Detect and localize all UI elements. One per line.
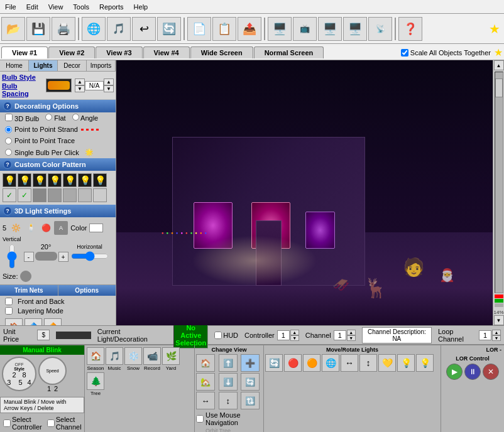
mr-icon-7[interactable]: 💛 <box>378 354 396 372</box>
angle-plus-btn[interactable]: + <box>58 252 68 262</box>
color-bulb-7[interactable]: 💡 <box>93 173 107 187</box>
toolbar-monitor3[interactable]: 🖥️ <box>318 17 342 41</box>
toolbar-paste[interactable]: 📋 <box>212 17 236 41</box>
toolbar-audio[interactable]: 🎵 <box>107 17 131 41</box>
use-mouse-checkbox[interactable] <box>196 415 204 423</box>
cv-btn-6[interactable]: 🔄 <box>241 373 260 391</box>
net-icon-1[interactable]: 🏠 <box>5 318 23 325</box>
p2p-trace-label[interactable]: Point to Point Trace <box>5 137 75 144</box>
panel-tab-decor[interactable]: Decor <box>58 60 87 71</box>
trim-nets-btn[interactable]: Trim Nets <box>0 285 58 296</box>
cv-btn-7[interactable]: ↔️ <box>196 392 215 409</box>
p2p-strand-label[interactable]: Point to Point Strand <box>5 126 78 133</box>
bulb-na-down[interactable]: ▼ <box>104 85 114 92</box>
toolbar-copy[interactable]: 📄 <box>187 17 211 41</box>
hud-checkbox[interactable] <box>214 332 222 339</box>
custom-color-header[interactable]: ? Custom Color Pattern <box>0 158 116 171</box>
mr-icon-2[interactable]: 🔴 <box>284 354 302 372</box>
color-bulb-4[interactable]: 💡 <box>48 173 62 187</box>
flat-radio[interactable] <box>45 114 52 121</box>
cv-btn-8[interactable]: ↕️ <box>219 392 238 409</box>
net-icon-3[interactable]: 🔶 <box>44 318 62 325</box>
toolbar-web[interactable]: 🌐 <box>82 17 106 41</box>
toolbar-monitor4[interactable]: 🖥️ <box>343 17 367 41</box>
bulb-na-up[interactable]: ▲ <box>104 78 114 85</box>
square-5[interactable] <box>93 188 107 202</box>
check-green1[interactable]: ✓ <box>3 188 16 202</box>
scroll-up-btn[interactable]: ▲ <box>494 60 504 70</box>
toolbar-redo[interactable]: 🔄 <box>157 17 181 41</box>
bulb-down-arrow[interactable]: ▼ <box>75 85 85 92</box>
season-icon[interactable]: 🏠 <box>87 347 104 365</box>
tab-normal[interactable]: Normal Screen <box>254 46 324 58</box>
mr-icon-5[interactable]: ↔️ <box>341 354 358 372</box>
decorating-help-icon[interactable]: ? <box>3 102 12 111</box>
mr-icon-1[interactable]: 🔄 <box>265 354 283 372</box>
light-icon-2[interactable]: 🕯️ <box>24 221 38 235</box>
record-icon[interactable]: 📹 <box>143 347 161 365</box>
tree-icon[interactable]: 🌲 <box>87 372 104 390</box>
toolbar-save[interactable]: 🖨️ <box>52 17 75 41</box>
snow-icon[interactable]: ❄️ <box>124 347 142 365</box>
tab-view4[interactable]: View #4 <box>143 46 190 58</box>
speed-dial[interactable]: Speed <box>38 357 67 385</box>
p2p-trace-radio[interactable] <box>5 138 12 144</box>
custom-color-help-icon[interactable]: ? <box>3 160 12 169</box>
light-icon-4[interactable]: A <box>54 221 68 235</box>
color-bulb-1[interactable]: 💡 <box>3 173 16 187</box>
size-btn[interactable] <box>20 271 31 282</box>
vertical-slider[interactable] <box>7 244 17 269</box>
toolbar-help[interactable]: ❓ <box>398 17 422 41</box>
cv-btn-2[interactable]: ⬆️ <box>219 354 238 372</box>
tab-view1[interactable]: View #1 <box>1 46 48 58</box>
square-1[interactable] <box>33 188 47 202</box>
menu-reports[interactable]: Reports <box>94 2 129 12</box>
square-4[interactable] <box>78 188 92 202</box>
loop-up[interactable]: ▲ <box>492 330 501 335</box>
scroll-thumb[interactable] <box>495 78 503 97</box>
controller-down[interactable]: ▼ <box>290 335 299 341</box>
angle-option[interactable]: Angle <box>72 114 99 122</box>
square-2[interactable] <box>48 188 62 202</box>
decorating-options-header[interactable]: ? Decorating Options <box>0 100 116 112</box>
single-bulb-radio[interactable] <box>5 149 12 156</box>
angle-radio[interactable] <box>72 114 79 121</box>
angle-slider-mini[interactable] <box>35 252 57 261</box>
mr-icon-4[interactable]: 🌐 <box>322 354 339 372</box>
menu-help[interactable]: Help <box>129 2 153 12</box>
yard-icon[interactable]: 🌿 <box>162 347 180 365</box>
color-bulb-2[interactable]: 💡 <box>18 173 31 187</box>
tab-view3[interactable]: View #3 <box>96 46 142 58</box>
light-icon-1[interactable]: 🔆 <box>9 221 23 235</box>
tab-wide[interactable]: Wide Screen <box>190 46 253 58</box>
3d-bulb-option[interactable]: 3D Bulb <box>5 114 39 122</box>
cv-btn-5[interactable]: ⬇️ <box>219 373 238 391</box>
toolbar-export[interactable]: 📤 <box>238 17 261 41</box>
menu-file[interactable]: File <box>0 2 21 12</box>
toolbar-new[interactable]: 📂 <box>1 17 25 41</box>
lor-pause-btn[interactable]: ⏸ <box>464 364 481 380</box>
color-bulb-3[interactable]: 💡 <box>33 173 47 187</box>
3d-bulb-checkbox[interactable] <box>5 114 13 121</box>
loop-down[interactable]: ▼ <box>492 335 501 341</box>
scale-together-checkbox[interactable] <box>401 49 408 57</box>
menu-view[interactable]: View <box>43 2 68 12</box>
bulb-up-arrow[interactable]: ▲ <box>75 78 85 85</box>
menu-edit[interactable]: Edit <box>21 2 43 12</box>
cv-btn-3[interactable]: ➕ <box>241 354 260 372</box>
dollar-btn[interactable]: $ <box>37 330 50 340</box>
color-bulb-5[interactable]: 💡 <box>63 173 77 187</box>
color-bulb-6[interactable]: 💡 <box>78 173 92 187</box>
mr-icon-8[interactable]: 💡 <box>397 354 415 372</box>
channel-down[interactable]: ▼ <box>347 335 356 341</box>
scroll-down-btn[interactable]: ▼ <box>494 315 504 325</box>
panel-tab-lights[interactable]: Lights <box>29 60 58 71</box>
lor-stop-btn[interactable]: ✕ <box>483 364 499 380</box>
cv-btn-1[interactable]: 🏠 <box>196 354 215 372</box>
light-settings-header[interactable]: ? 3D Light Settings <box>0 205 116 217</box>
channel-up[interactable]: ▲ <box>347 330 356 335</box>
square-3[interactable] <box>63 188 77 202</box>
light-icon-3[interactable]: 🔴 <box>39 221 53 235</box>
toolbar-open[interactable]: 💾 <box>26 17 50 41</box>
toolbar-monitor5[interactable]: 📡 <box>368 17 392 41</box>
